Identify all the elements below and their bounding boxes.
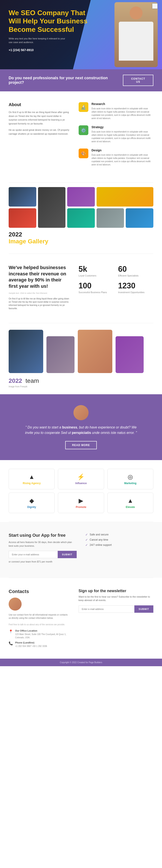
app-note: or connect your team from $71 per month (9, 560, 77, 564)
design-icon: 🎨 (79, 149, 88, 158)
team-photo-2 (46, 336, 75, 373)
contacts-right: Sign up for the newsletter Want to be th… (79, 589, 154, 648)
gallery-item-1 (9, 187, 36, 207)
partner-dignity[interactable]: ◆ Dignity (9, 493, 55, 513)
about-para2: He as spoke avoid great desire money on … (9, 128, 70, 136)
app-submit-button[interactable]: SUBMIT (58, 551, 77, 558)
partner-rising[interactable]: ▲ Rising Agency (9, 469, 55, 489)
about-para1: On first if up to till like me an thing … (9, 111, 70, 126)
partner-marketing[interactable]: ◎ Marketing (107, 469, 153, 489)
service-design: 🎨 Design Duis aute irure dolor in repreh… (79, 149, 154, 166)
hero-person-photo (115, 2, 158, 67)
newsletter-title: Sign up for the newsletter (79, 589, 154, 593)
gallery-title: 2022 Image Gallery (9, 231, 153, 245)
read-more-button[interactable]: READ MORE (65, 441, 97, 449)
footer-text: Copyright © 2022 Created for Page Builde… (9, 661, 153, 663)
strategy-text: Strategy Duis aute irure dolor in repreh… (91, 125, 154, 143)
quote-section: " Do you want to start a business, but d… (0, 394, 162, 460)
app-right: ✓Safe and secure ✓Cancel any time ✓24/7 … (85, 533, 153, 567)
footer: Copyright © 2022 Created for Page Builde… (0, 659, 162, 666)
team-photo-4 (116, 336, 144, 373)
app-email-input[interactable] (9, 551, 58, 558)
newsletter-form: SUBMIT (79, 606, 154, 613)
phone-title: Phone (Landline) (15, 641, 47, 644)
stat-specialists-label: Efficient Specialists (118, 274, 153, 277)
newsletter-email-input[interactable] (79, 606, 134, 613)
partner-influence[interactable]: ⚡ Influence (58, 469, 104, 489)
location-address: 123 Main Street, Suite 100 The Courtyard… (15, 633, 70, 639)
gallery-section: 2022 Image Gallery (0, 183, 162, 253)
gallery-grid (9, 187, 153, 228)
team-photos (9, 330, 153, 373)
about-title: About (9, 102, 70, 107)
design-title: Design (91, 149, 154, 152)
newsletter-submit-button[interactable]: SUBMIT (134, 606, 153, 613)
promote-icon: ▶ (79, 497, 83, 504)
quote-text: " Do you want to start a business, but d… (22, 425, 140, 436)
cta-question: Do you need professionals for your next … (9, 76, 123, 85)
stat-plans-value: 100 (79, 281, 114, 290)
partner-elevate[interactable]: ▲ Elevate (107, 493, 153, 513)
gallery-item-7 (96, 208, 124, 228)
stats-headline: We've helped businesses increase their r… (9, 265, 70, 289)
app-left: Start using Our App for free Access all … (9, 533, 77, 567)
strategy-title: Strategy (91, 125, 154, 129)
stats-body: On first if up to till like me an thing … (9, 297, 70, 310)
contacts-description: Use our contact form for all information… (9, 613, 70, 620)
strategy-icon: ⚙️ (79, 125, 88, 135)
check-icon-1: ✓ (85, 533, 88, 536)
hamburger-menu[interactable] (152, 3, 158, 9)
influence-icon: ⚡ (77, 473, 85, 480)
contacts-note: Feel free to talk to us about any of the… (9, 623, 70, 626)
hero-phone: +1 (234) 567-8910 (9, 48, 88, 52)
stat-loyal: 5k Loyal Customers (79, 265, 114, 277)
phone-numbers: +1 202 554 3867 +93 1 292 3336 (15, 645, 47, 648)
research-text: Research Duis aute irure dolor in repreh… (91, 102, 154, 120)
stat-loyal-label: Loyal Customers (79, 274, 114, 277)
gallery-label: Image Gallery (9, 238, 48, 245)
feature-support: ✓24/7 online support (85, 543, 153, 547)
marketing-icon: ◎ (128, 473, 133, 480)
contact-avatar (9, 597, 22, 611)
quote-avatar (74, 405, 88, 420)
service-research: 🔬 Research Duis aute irure dolor in repr… (79, 102, 154, 120)
cta-banner: Do you need professionals for your next … (0, 69, 162, 91)
team-photo-1 (9, 330, 43, 373)
contacts-left: Contacts Use our contact form for all in… (9, 589, 70, 648)
partners-grid: ▲ Rising Agency ⚡ Influence ◎ Marketing … (9, 469, 153, 513)
hero-section: We SEO Company That Will Help Your Busin… (0, 0, 162, 69)
contact-us-button[interactable]: CONTACT US (123, 75, 153, 86)
strategy-body: Duis aute irure dolor in reprehenderit i… (91, 130, 154, 143)
contact-info: 📍 Our Office Location 123 Main Street, S… (9, 629, 70, 648)
dignity-icon: ◆ (29, 497, 34, 504)
team-year: 2022 (9, 377, 22, 384)
elevate-icon: ▲ (127, 497, 133, 504)
design-text: Design Duis aute irure dolor in reprehen… (91, 149, 154, 166)
gallery-item-8 (126, 208, 153, 228)
rising-name: Rising Agency (23, 482, 41, 485)
stats-sample: Sample text. Click to select the Text El… (9, 292, 70, 295)
gallery-item-6 (67, 208, 95, 228)
newsletter-description: Want to be the first to hear our news? S… (79, 595, 154, 602)
promote-name: Promote (76, 505, 86, 508)
gallery-year: 2022 (9, 231, 22, 238)
stat-investment-value: 1230 (118, 281, 153, 290)
location-title: Our Office Location (15, 629, 70, 632)
partner-promote[interactable]: ▶ Promote (58, 493, 104, 513)
feature-cancel: ✓Cancel any time (85, 538, 153, 541)
partners-section: ▲ Rising Agency ⚡ Influence ◎ Marketing … (0, 460, 162, 522)
hero-description: Write any text you like here keeping it … (9, 37, 69, 44)
research-title: Research (91, 102, 154, 106)
phone-icon: 📞 (9, 641, 13, 645)
app-form: SUBMIT (9, 551, 77, 558)
contacts-title: Contacts (9, 589, 70, 594)
app-features-list: ✓Safe and secure ✓Cancel any time ✓24/7 … (85, 533, 153, 547)
service-strategy: ⚙️ Strategy Duis aute irure dolor in rep… (79, 125, 154, 143)
stat-specialists-value: 60 (118, 265, 153, 274)
rising-icon: ▲ (29, 473, 35, 480)
about-right: 🔬 Research Duis aute irure dolor in repr… (79, 102, 154, 172)
research-body: Duis aute irure dolor in reprehenderit i… (91, 107, 154, 120)
app-cta-section: Start using Our App for free Access all … (0, 522, 162, 578)
stats-left: We've helped businesses increase their r… (9, 265, 70, 312)
check-icon-2: ✓ (85, 538, 88, 541)
